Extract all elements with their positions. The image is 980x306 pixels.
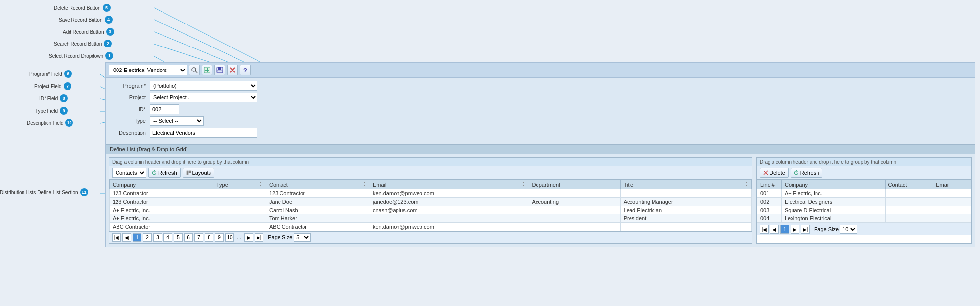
id-label: ID* <box>111 106 150 112</box>
description-field[interactable] <box>150 128 257 138</box>
annotation-save-btn: Save Record Button 4 <box>59 16 113 24</box>
table-row[interactable]: 123 Contractor Jane Doe janedoe@123.com … <box>110 198 752 206</box>
add-button[interactable] <box>202 65 212 75</box>
left-grid-group-header: Drag a column header and drop it here to… <box>109 158 752 166</box>
table-row[interactable]: A+ Electric, Inc. Tom Harker President <box>110 214 752 223</box>
right-first-page-btn[interactable]: |◀ <box>760 225 769 234</box>
table-row[interactable]: 003 Square D Electrical <box>757 206 971 214</box>
type-label: Type <box>111 118 150 124</box>
program-row: Program* (Portfolio) <box>111 81 970 91</box>
table-row[interactable]: 002 Electrical Designers <box>757 198 971 206</box>
annotation-description-field: Description Field 10 <box>27 119 73 127</box>
table-row[interactable]: 004 Lexington Electrical <box>757 214 971 223</box>
search-icon <box>191 67 198 73</box>
type-field[interactable]: -- Select -- <box>150 116 204 126</box>
program-field[interactable]: (Portfolio) <box>150 81 257 91</box>
first-page-btn[interactable]: |◀ <box>112 233 121 242</box>
page-size-select-left[interactable]: 5 10 25 <box>294 233 311 242</box>
refresh-right-icon <box>794 170 799 175</box>
search-button[interactable] <box>189 65 200 75</box>
id-field[interactable] <box>150 104 179 114</box>
description-row: Description <box>111 128 970 138</box>
select-record-dropdown[interactable]: 002-Electrical Vendors <box>109 65 187 75</box>
layouts-button[interactable]: Layouts <box>183 168 215 178</box>
annotation-id-field: ID* Field 8 <box>39 94 68 102</box>
table-row[interactable]: 001 A+ Electric, Inc. <box>757 189 971 198</box>
svg-rect-21 <box>187 171 188 173</box>
id-row: ID* <box>111 104 970 114</box>
svg-rect-17 <box>218 67 221 70</box>
page-8[interactable]: 8 <box>205 233 213 242</box>
delete-button-right[interactable]: Delete <box>760 168 789 178</box>
col-department: Department ⋮ <box>529 180 620 189</box>
grids-container: Drag a column header and drop it here to… <box>106 154 975 247</box>
page-9[interactable]: 9 <box>215 233 224 242</box>
toolbar: 002-Electrical Vendors <box>106 63 975 78</box>
connector-lines <box>0 0 980 71</box>
col-email-right: Email <box>933 180 971 189</box>
refresh-button-left[interactable]: Refresh <box>148 168 181 178</box>
help-button[interactable]: ? <box>240 65 251 75</box>
left-grid-table: Company ⋮ Type ⋮ Contact ⋮ Email ⋮ Depar… <box>109 180 752 231</box>
right-prev-page-btn[interactable]: ◀ <box>770 225 779 234</box>
table-row[interactable]: ABC Contractor ABC Contractor ken.damon@… <box>110 223 752 231</box>
type-row: Type -- Select -- <box>111 116 970 126</box>
project-label: Project <box>111 94 150 100</box>
annotation-add-btn: Add Record Button 3 <box>63 28 114 36</box>
col-line: Line # <box>757 180 782 189</box>
annotation-delete-btn: Delete Record Button 5 <box>54 4 111 12</box>
right-page-1[interactable]: 1 <box>780 225 789 234</box>
right-grid-table: Line # Company Contact Email 001 A+ Elec… <box>757 180 971 223</box>
col-company-right: Company <box>782 180 886 189</box>
refresh-button-right[interactable]: Refresh <box>791 168 823 178</box>
annotation-select-dropdown: Select Record Dropdown 1 <box>49 52 113 60</box>
refresh-icon <box>152 170 157 175</box>
page-7[interactable]: 7 <box>194 233 203 242</box>
right-grid: Drag a column header and drop it here to… <box>756 157 972 244</box>
svg-rect-23 <box>187 173 188 175</box>
right-next-page-btn[interactable]: ▶ <box>791 225 799 234</box>
annotation-program-field: Program* Field 6 <box>29 70 72 78</box>
page-2[interactable]: 2 <box>143 233 152 242</box>
annotation-type-field: Type Field 9 <box>35 107 68 115</box>
save-button[interactable] <box>214 65 225 75</box>
left-grid: Drag a column header and drop it here to… <box>109 157 752 244</box>
delete-right-icon <box>763 170 768 175</box>
save-icon <box>216 67 223 73</box>
page-size-select-right[interactable]: 10 25 50 <box>840 225 857 234</box>
col-title: Title ⋮ <box>620 180 751 189</box>
program-label: Program* <box>111 83 150 89</box>
page-6[interactable]: 6 <box>184 233 193 242</box>
right-grid-group-header: Drag a column header and drop it here to… <box>757 158 971 166</box>
annotation-define-list: Distribution Lists Define List Section 1… <box>0 188 88 196</box>
left-grid-body: 123 Contractor 123 Contractor ken.damon@… <box>110 189 752 231</box>
form-area: Program* (Portfolio) Project Select Proj… <box>106 78 975 142</box>
page-1[interactable]: 1 <box>133 233 141 242</box>
project-field[interactable]: Select Project.. <box>150 93 257 102</box>
right-grid-body: 001 A+ Electric, Inc. 002 Electrical Des… <box>757 189 971 223</box>
annotation-project-field: Project Field 7 <box>34 82 71 90</box>
svg-rect-18 <box>217 70 222 72</box>
page-5[interactable]: 5 <box>174 233 183 242</box>
page-10[interactable]: 10 <box>225 233 234 242</box>
page-3[interactable]: 3 <box>153 233 162 242</box>
next-page-btn[interactable]: ▶ <box>244 233 253 242</box>
svg-point-11 <box>192 68 196 71</box>
contacts-dropdown[interactable]: Contacts <box>112 168 146 178</box>
svg-rect-22 <box>189 171 191 173</box>
annotation-search-btn: Search Record Button 2 <box>54 40 112 47</box>
page-4[interactable]: 4 <box>163 233 172 242</box>
prev-page-btn[interactable]: ◀ <box>122 233 131 242</box>
svg-line-12 <box>195 71 197 73</box>
section-header: Define List (Drag & Drop to Grid) <box>106 144 975 154</box>
right-grid-toolbar: Delete Refresh <box>757 166 971 180</box>
table-row[interactable]: A+ Electric, Inc. Carrol Nash cnash@aplu… <box>110 206 752 214</box>
delete-icon <box>229 67 236 73</box>
col-contact: Contact ⋮ <box>266 180 370 189</box>
table-row[interactable]: 123 Contractor 123 Contractor ken.damon@… <box>110 189 752 198</box>
col-type: Type ⋮ <box>213 180 266 189</box>
col-company: Company ⋮ <box>110 180 213 189</box>
delete-button[interactable] <box>227 65 238 75</box>
last-page-btn[interactable]: ▶| <box>255 233 263 242</box>
right-last-page-btn[interactable]: ▶| <box>801 225 810 234</box>
